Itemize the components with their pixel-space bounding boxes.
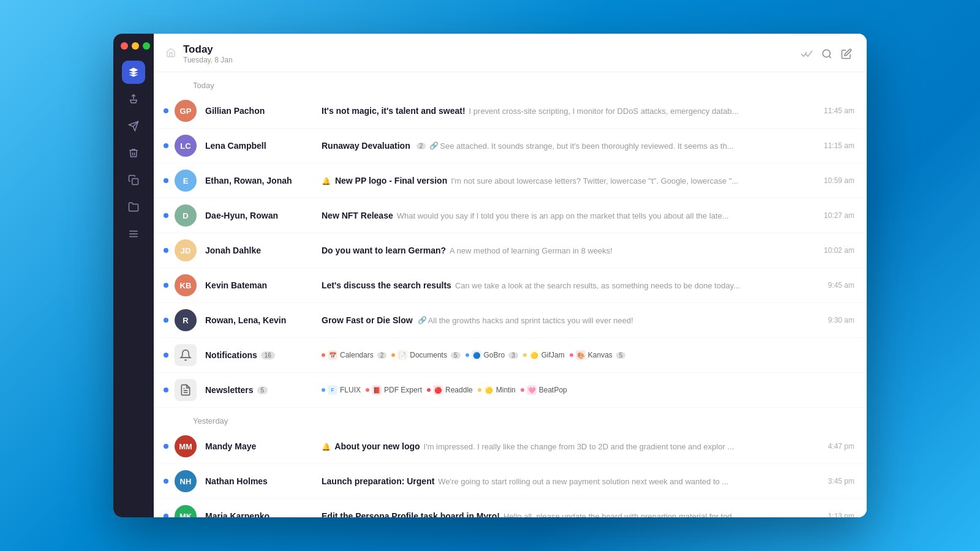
email-row[interactable]: MK Maria Karpenko Edit the Persona Profi…: [154, 499, 867, 517]
avatar: D: [175, 204, 197, 227]
minimize-button[interactable]: [132, 42, 139, 50]
tag-dot: [322, 388, 325, 392]
copy-icon[interactable]: [122, 168, 145, 192]
email-time: 11:15 am: [824, 141, 854, 150]
tag-dot: [523, 353, 527, 357]
email-meta: 11:15 am: [824, 141, 854, 150]
tag-label: Kanvas: [588, 351, 612, 359]
tag-count: 5: [616, 352, 626, 359]
folder-icon[interactable]: [122, 195, 145, 219]
email-sender: Notifications 16: [205, 350, 322, 360]
compose-icon[interactable]: [841, 48, 852, 59]
avatar: MK: [175, 505, 197, 517]
notifications-row[interactable]: Notifications 16 📅 Calendars 2 📄: [154, 338, 867, 373]
email-subject: Launch preparation: Urgent: [322, 476, 434, 486]
close-button[interactable]: [121, 42, 128, 50]
email-content: It's not magic, it's talent and sweat! I…: [322, 106, 816, 116]
email-sender: Rowan, Lena, Kevin: [205, 315, 322, 325]
tag-item: 🔵 GoBro 3: [466, 350, 518, 360]
mark-read-icon[interactable]: [801, 50, 813, 58]
tag-label: Calendars: [340, 351, 374, 359]
email-list: Today GP Gillian Pachon It's not magic, …: [154, 72, 867, 517]
tag-item: 🔴 Readdle: [427, 385, 473, 395]
email-content: Runaway Devaluation 2 🔗 See attached. It…: [322, 141, 816, 151]
maximize-button[interactable]: [143, 42, 150, 50]
send-icon[interactable]: [122, 114, 145, 138]
calendars-icon: 📅: [328, 350, 337, 360]
email-preview: I prevent cross-site scripting, I monito…: [469, 107, 739, 116]
unread-indicator: [164, 444, 168, 449]
email-row[interactable]: JD Jonah Dahlke Do you want to learn Ger…: [154, 233, 867, 268]
unread-indicator: [164, 479, 168, 484]
svg-rect-2: [132, 179, 138, 185]
email-meta: 9:45 am: [828, 281, 854, 290]
email-subject: Edit the Persona Profile task board in M…: [322, 511, 500, 517]
email-subject: Let's discuss the search results: [322, 280, 451, 290]
tag-dot: [570, 353, 573, 357]
email-sender: Jonah Dahlke: [205, 246, 322, 255]
tag-label: PDF Expert: [384, 386, 422, 394]
email-row[interactable]: LC Lena Campbell Runaway Devaluation 2 🔗…: [154, 129, 867, 163]
tag-dot: [322, 353, 325, 357]
tag-label: GoBro: [484, 351, 505, 359]
tag-count: 2: [377, 352, 387, 359]
email-row[interactable]: E Ethan, Rowan, Jonah 🔔 New PP logo - Fi…: [154, 163, 867, 198]
email-time: 9:45 am: [828, 281, 854, 290]
email-subject: It's not magic, it's talent and sweat!: [322, 106, 466, 116]
email-time: 10:02 am: [824, 246, 854, 255]
avatar: NH: [175, 470, 197, 492]
trash-icon[interactable]: [122, 141, 145, 165]
email-meta: 11:45 am: [824, 107, 854, 115]
tag-dot: [427, 388, 431, 392]
email-sender: Gillian Pachon: [205, 106, 322, 116]
email-content: Grow Fast or Die Slow 🔗 All the growths …: [322, 315, 821, 325]
pin-icon[interactable]: [122, 88, 145, 111]
tag-item: 📕 PDF Expert: [366, 385, 422, 395]
newsletters-label: Newsletters: [205, 385, 254, 395]
menu-icon[interactable]: [122, 222, 145, 246]
beatpop-icon: 🩷: [527, 385, 537, 395]
email-content: F FLUIX 📕 PDF Expert 🔴 Readdle: [322, 385, 847, 395]
email-content: 🔔 New PP logo - Final version I'm not su…: [322, 176, 816, 186]
email-row[interactable]: D Dae-Hyun, Rowan New NFT Release What w…: [154, 198, 867, 233]
email-sender: Dae-Hyun, Rowan: [205, 211, 322, 220]
notifications-icon: [175, 344, 197, 366]
tag-count: 5: [451, 352, 461, 359]
tag-dot: [478, 388, 481, 392]
home-icon[interactable]: [166, 48, 176, 60]
email-meta: 1:13 pm: [828, 512, 854, 517]
email-row[interactable]: R Rowan, Lena, Kevin Grow Fast or Die Sl…: [154, 303, 867, 338]
unread-indicator: [164, 318, 168, 323]
email-preview: A new method of learning German in 8 wee…: [450, 246, 612, 255]
email-time: 11:45 am: [824, 107, 854, 115]
main-content: Today Tuesday, 8 Jan: [154, 34, 867, 517]
search-icon[interactable]: [821, 48, 832, 59]
email-sender: Ethan, Rowan, Jonah: [205, 176, 322, 186]
email-meta: 4:47 pm: [828, 442, 854, 451]
tag-dot: [391, 353, 395, 357]
logo-icon[interactable]: [122, 61, 145, 84]
sidebar: [113, 34, 154, 517]
email-row[interactable]: GP Gillian Pachon It's not magic, it's t…: [154, 94, 867, 129]
email-time: 10:59 am: [824, 176, 854, 185]
email-row[interactable]: MM Mandy Maye 🔔 About your new logo I'm …: [154, 429, 867, 464]
kanvas-icon: 🎨: [576, 350, 586, 360]
email-preview: Can we take a look at the search results…: [455, 281, 740, 290]
tag-item: 📅 Calendars 2: [322, 350, 386, 360]
email-subject: Runaway Devaluation: [322, 141, 410, 151]
email-time: 1:13 pm: [828, 512, 854, 517]
unread-indicator: [164, 388, 168, 392]
notifications-label: Notifications: [205, 350, 257, 360]
mintin-icon: 🟡: [484, 385, 494, 395]
svg-line-7: [829, 56, 831, 58]
newsletters-row[interactable]: Newsletters 5 F FLUIX 📕 PDF Expert: [154, 373, 867, 408]
email-time: 4:47 pm: [828, 442, 854, 451]
attachment-icon: 🔗: [429, 141, 439, 150]
email-row[interactable]: KB Kevin Bateman Let's discuss the searc…: [154, 268, 867, 303]
email-content: 🔔 About your new logo I'm impressed. I r…: [322, 441, 821, 451]
tag-item: F FLUIX: [322, 385, 361, 395]
attachment-icon: 🔗: [418, 316, 427, 324]
email-subject: 🔔 New PP logo - Final version: [322, 176, 447, 186]
email-preview: Hello all, please update the board with …: [503, 512, 741, 518]
email-row[interactable]: NH Nathan Holmes Launch preparation: Urg…: [154, 464, 867, 499]
